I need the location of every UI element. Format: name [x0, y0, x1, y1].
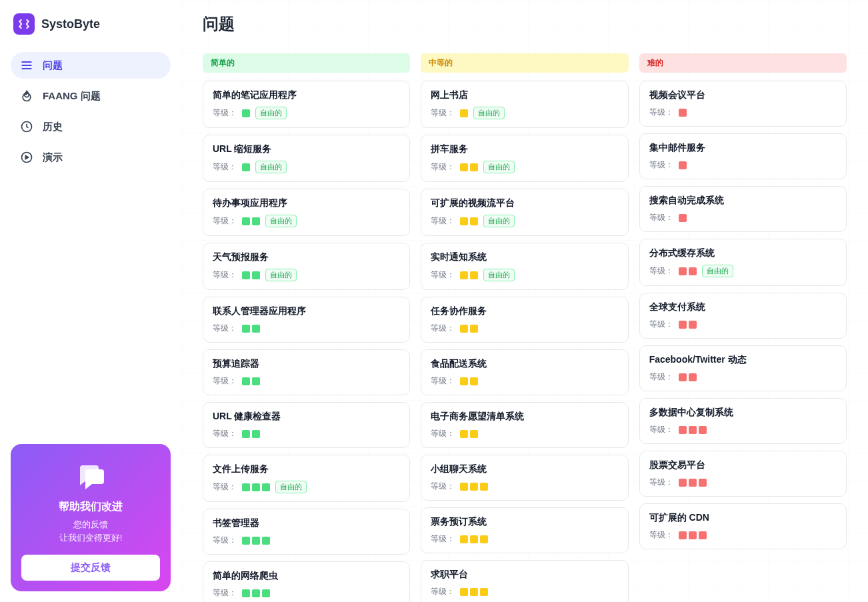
level-dots: [242, 109, 250, 117]
level-dot: [470, 377, 478, 385]
level-dot: [252, 483, 260, 491]
feedback-card: 帮助我们改进 您的反馈 让我们变得更好! 提交反馈: [11, 444, 171, 591]
nav-item-fire[interactable]: FAANG 问题: [11, 83, 171, 109]
level-dot: [262, 589, 270, 597]
level-dot: [689, 267, 697, 275]
nav-item-play[interactable]: 演示: [11, 144, 171, 171]
level-label: 等级：: [649, 477, 673, 488]
problem-card[interactable]: 天气预报服务等级：自由的: [203, 243, 410, 290]
problem-card[interactable]: 可扩展的视频流平台等级：自由的: [421, 189, 628, 236]
level-label: 等级：: [649, 529, 673, 541]
problem-card[interactable]: 分布式缓存系统等级：自由的: [639, 239, 847, 286]
level-dots: [242, 589, 270, 597]
problem-card[interactable]: 视频会议平台等级：: [639, 81, 847, 127]
problem-card[interactable]: 拼车服务等级：自由的: [421, 135, 628, 182]
problem-card[interactable]: 搜索自动完成系统等级：: [639, 186, 847, 232]
level-dots: [460, 163, 478, 171]
problem-card[interactable]: 简单的网络爬虫等级：: [203, 561, 410, 602]
level-dot: [242, 377, 250, 385]
level-dot: [699, 426, 707, 434]
problem-meta: 等级：: [431, 586, 618, 597]
problem-meta: 等级：: [649, 477, 837, 488]
problem-card[interactable]: 网上书店等级：自由的: [421, 81, 628, 128]
column-easy: 简单的简单的笔记应用程序等级：自由的URL 缩短服务等级：自由的待办事项应用程序…: [203, 53, 410, 602]
problem-meta: 等级：: [431, 375, 618, 387]
level-label: 等级：: [213, 215, 237, 227]
level-dots: [679, 373, 697, 381]
level-dot: [470, 271, 478, 279]
problem-meta: 等级：: [649, 371, 837, 383]
level-label: 等级：: [213, 107, 237, 119]
nav: 问题FAANG 问题历史演示: [11, 52, 171, 175]
level-dot: [460, 271, 468, 279]
level-label: 等级：: [649, 424, 673, 435]
level-label: 等级：: [431, 428, 455, 439]
level-dot: [470, 588, 478, 596]
level-dots: [679, 161, 687, 169]
level-dot: [679, 321, 687, 329]
problem-meta: 等级：: [649, 529, 837, 541]
problem-card[interactable]: 求职平台等级：: [421, 560, 628, 602]
problem-meta: 等级：: [213, 428, 400, 439]
problem-title: 食品配送系统: [431, 358, 618, 370]
problem-card[interactable]: 多数据中心复制系统等级：: [639, 398, 847, 444]
level-dots: [242, 271, 260, 279]
problem-card[interactable]: 全球支付系统等级：: [639, 293, 847, 339]
problem-card[interactable]: 小组聊天系统等级：: [421, 455, 628, 501]
problem-meta: 等级：: [649, 159, 837, 171]
level-dots: [460, 588, 488, 596]
problem-card[interactable]: 任务协作服务等级：: [421, 297, 628, 343]
problem-card[interactable]: 实时通知系统等级：自由的: [421, 243, 628, 290]
problem-card[interactable]: 食品配送系统等级：: [421, 349, 628, 395]
level-dot: [699, 531, 707, 539]
level-label: 等级：: [649, 319, 673, 330]
nav-item-list[interactable]: 问题: [11, 52, 171, 79]
problem-card[interactable]: 可扩展的 CDN等级：: [639, 503, 847, 549]
problem-card[interactable]: 集中邮件服务等级：: [639, 133, 847, 179]
problem-meta: 等级：: [213, 375, 400, 387]
problem-meta: 等级：自由的: [431, 215, 618, 227]
problem-card[interactable]: Facebook/Twitter 动态等级：: [639, 345, 847, 391]
level-label: 等级：: [431, 107, 455, 119]
free-badge: 自由的: [255, 107, 287, 119]
problem-card[interactable]: 预算追踪器等级：: [203, 349, 410, 395]
brand[interactable]: SystoByte: [11, 11, 171, 47]
problem-card[interactable]: 书签管理器等级：: [203, 509, 410, 555]
submit-feedback-button[interactable]: 提交反馈: [21, 555, 160, 581]
column-hard: 难的视频会议平台等级：集中邮件服务等级：搜索自动完成系统等级：分布式缓存系统等级…: [639, 53, 847, 602]
problem-card[interactable]: 票务预订系统等级：: [421, 507, 628, 553]
problem-card[interactable]: 待办事项应用程序等级：自由的: [203, 189, 410, 236]
level-dots: [460, 217, 478, 225]
level-dot: [252, 271, 260, 279]
level-dots: [679, 321, 697, 329]
problem-card[interactable]: 股票交易平台等级：: [639, 451, 847, 497]
free-badge: 自由的: [483, 215, 515, 227]
problem-card[interactable]: 文件上传服务等级：自由的: [203, 455, 410, 502]
nav-item-clock[interactable]: 历史: [11, 113, 171, 140]
problem-card[interactable]: 电子商务愿望清单系统等级：: [421, 402, 628, 448]
level-label: 等级：: [431, 161, 455, 173]
problem-card[interactable]: URL 缩短服务等级：自由的: [203, 135, 410, 182]
feedback-title: 帮助我们改进: [21, 500, 160, 514]
problem-title: 预算追踪器: [213, 358, 400, 370]
play-icon: [20, 151, 33, 164]
problem-meta: 等级：自由的: [431, 161, 618, 173]
level-dot: [470, 163, 478, 171]
level-label: 等级：: [431, 533, 455, 545]
level-dot: [689, 531, 697, 539]
problem-title: 实时通知系统: [431, 251, 618, 263]
problem-title: 简单的笔记应用程序: [213, 89, 400, 101]
nav-label: 问题: [43, 59, 63, 72]
sidebar: SystoByte 问题FAANG 问题历史演示 帮助我们改进 您的反馈 让我们…: [0, 0, 181, 602]
problem-meta: 等级：自由的: [213, 215, 400, 227]
column-header-hard: 难的: [639, 53, 847, 73]
level-dot: [689, 426, 697, 434]
column-header-medium: 中等的: [421, 53, 628, 73]
level-dots: [242, 325, 260, 333]
level-dot: [679, 426, 687, 434]
problem-meta: 等级：: [649, 212, 837, 223]
nav-label: 历史: [43, 121, 63, 133]
problem-card[interactable]: URL 健康检查器等级：: [203, 402, 410, 448]
problem-card[interactable]: 简单的笔记应用程序等级：自由的: [203, 81, 410, 128]
problem-card[interactable]: 联系人管理器应用程序等级：: [203, 297, 410, 343]
